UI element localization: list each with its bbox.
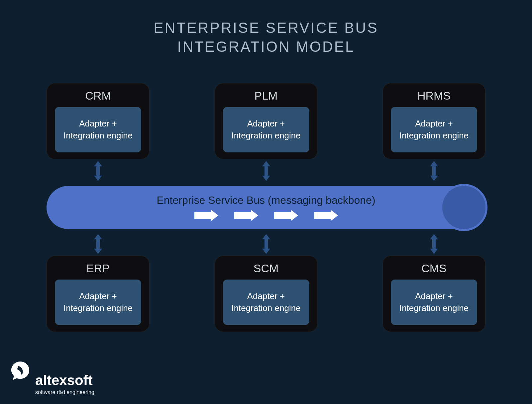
bidirectional-arrow-icon — [94, 234, 102, 254]
system-node-plm: PLM Adapter + Integration engine — [215, 83, 318, 159]
brand-mark-icon — [10, 360, 31, 381]
system-node-erp: ERP Adapter + Integration engine — [47, 256, 150, 332]
system-node-cms: CMS Adapter + Integration engine — [382, 256, 485, 332]
system-node-title: PLM — [255, 89, 278, 102]
adapter-box: Adapter + Integration engine — [391, 107, 477, 152]
system-node-hrms: HRMS Adapter + Integration engine — [382, 83, 485, 159]
top-system-row: CRM Adapter + Integration engine PLM Ada… — [47, 83, 485, 159]
connector — [215, 232, 318, 256]
diagram-title: ENTERPRISE SERVICE BUS INTEGRATION MODEL — [0, 18, 532, 56]
system-node-title: CRM — [85, 89, 111, 102]
bidirectional-arrow-icon — [430, 234, 438, 254]
adapter-box: Adapter + Integration engine — [391, 280, 477, 325]
system-node-title: HRMS — [417, 89, 451, 102]
top-connectors — [47, 159, 485, 183]
bottom-connectors — [47, 232, 485, 256]
title-line-2: INTEGRATION MODEL — [177, 39, 355, 55]
adapter-box: Adapter + Integration engine — [55, 107, 141, 152]
brand-logo: altexsoft software r&d engineering — [10, 360, 94, 395]
connector — [47, 159, 150, 183]
title-line-1: ENTERPRISE SERVICE BUS — [154, 20, 378, 36]
adapter-box: Adapter + Integration engine — [55, 280, 141, 325]
connector — [382, 159, 485, 183]
bidirectional-arrow-icon — [262, 234, 270, 254]
flow-arrow-icon — [314, 210, 338, 221]
bus-endcap-icon — [440, 184, 487, 231]
adapter-box: Adapter + Integration engine — [223, 280, 309, 325]
bottom-system-row: ERP Adapter + Integration engine SCM Ada… — [47, 256, 485, 332]
diagram-canvas: CRM Adapter + Integration engine PLM Ada… — [47, 83, 485, 355]
connector — [382, 232, 485, 256]
system-node-title: ERP — [86, 262, 110, 275]
brand-tagline: software r&d engineering — [35, 389, 94, 395]
connector — [47, 232, 150, 256]
system-node-crm: CRM Adapter + Integration engine — [47, 83, 150, 159]
connector — [215, 159, 318, 183]
brand-name: altexsoft — [35, 373, 94, 387]
flow-arrow-icon — [194, 210, 218, 221]
flow-arrow-icon — [274, 210, 298, 221]
system-node-title: SCM — [254, 262, 279, 275]
brand-text: altexsoft software r&d engineering — [35, 373, 94, 395]
bus-flow-arrows — [194, 210, 338, 221]
bus-label: Enterprise Service Bus (messaging backbo… — [157, 194, 375, 206]
bus-container: Enterprise Service Bus (messaging backbo… — [47, 183, 485, 232]
bidirectional-arrow-icon — [430, 161, 438, 181]
adapter-box: Adapter + Integration engine — [223, 107, 309, 152]
flow-arrow-icon — [234, 210, 258, 221]
system-node-scm: SCM Adapter + Integration engine — [215, 256, 318, 332]
system-node-title: CMS — [421, 262, 447, 275]
enterprise-service-bus: Enterprise Service Bus (messaging backbo… — [47, 186, 485, 229]
bidirectional-arrow-icon — [262, 161, 270, 181]
bidirectional-arrow-icon — [94, 161, 102, 181]
